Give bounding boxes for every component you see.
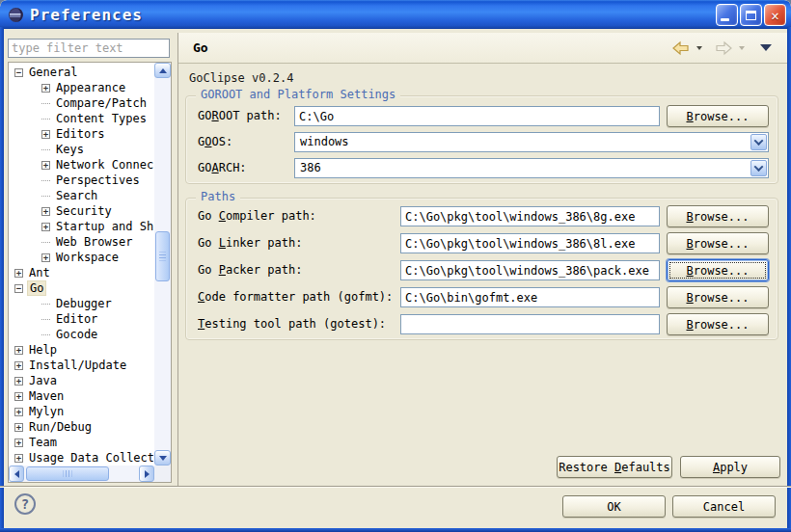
horizontal-scroll-thumb[interactable] <box>26 466 109 481</box>
browse-button[interactable]: Browse... <box>667 232 769 254</box>
browse-button[interactable]: Browse... <box>667 205 769 227</box>
scroll-right-button[interactable] <box>139 466 154 482</box>
chevron-down-icon <box>754 162 764 172</box>
expand-icon[interactable]: + <box>14 377 23 386</box>
browse-button[interactable]: Browse... <box>667 286 769 308</box>
close-button[interactable]: ✕ <box>764 4 786 26</box>
tree-item[interactable]: +Security <box>10 203 153 219</box>
tree-horizontal-scrollbar[interactable] <box>9 466 154 482</box>
path-input[interactable] <box>400 260 660 280</box>
restore-defaults-button[interactable]: Restore Defaults <box>557 456 672 478</box>
view-menu-button[interactable] <box>760 44 772 51</box>
tree-item-label: Debugger <box>54 297 114 310</box>
scrollbar-corner <box>154 466 171 482</box>
tree-item[interactable]: Content Types <box>10 111 153 126</box>
browse-button[interactable]: Browse... <box>667 259 769 281</box>
maximize-icon <box>746 11 756 20</box>
tree-item[interactable]: +Maven <box>10 388 153 404</box>
goroot-browse-button[interactable]: Browse... <box>667 105 769 127</box>
tree-item[interactable]: Keys <box>10 142 153 157</box>
tree-item-label: Usage Data Collect <box>27 451 153 465</box>
forward-history-dropdown[interactable] <box>739 46 745 50</box>
tree-item[interactable]: +Network Connect <box>10 157 153 173</box>
expand-icon[interactable]: + <box>14 423 23 432</box>
collapse-icon[interactable]: − <box>14 68 23 77</box>
tree-item[interactable]: Editor <box>10 311 153 327</box>
tree-item[interactable]: +Run/Debug <box>10 419 153 435</box>
goarch-combo[interactable]: 386 <box>294 158 769 178</box>
expand-icon[interactable]: + <box>41 253 50 262</box>
tree-item-label: Go <box>27 280 46 296</box>
path-input[interactable] <box>400 206 660 226</box>
maximize-button[interactable] <box>740 4 762 26</box>
eclipse-logo-icon <box>8 7 24 23</box>
collapse-icon[interactable]: − <box>14 284 23 293</box>
path-input[interactable] <box>400 314 660 334</box>
expand-icon[interactable]: + <box>14 408 23 416</box>
tree-item[interactable]: +Startup and Shu <box>10 219 153 234</box>
tree-item[interactable]: +Java <box>10 373 153 388</box>
back-history-dropdown[interactable] <box>696 46 702 50</box>
path-input[interactable] <box>400 287 660 307</box>
goos-combo[interactable]: windows <box>294 132 769 152</box>
browse-button[interactable]: Browse... <box>667 313 769 335</box>
vertical-scroll-thumb[interactable] <box>155 231 170 281</box>
expand-icon[interactable]: + <box>14 346 23 355</box>
tree-item[interactable]: +Help <box>10 342 153 358</box>
expand-icon[interactable]: + <box>41 161 50 170</box>
titlebar[interactable]: Preferences ✕ <box>0 0 791 29</box>
tree-item[interactable]: +Mylyn <box>10 404 153 419</box>
tree-item[interactable]: +Editors <box>10 126 153 142</box>
tree-item[interactable]: +Workspace <box>10 250 153 265</box>
goroot-path-input[interactable] <box>294 106 660 126</box>
tree-item[interactable]: Search <box>10 188 153 203</box>
scroll-left-button[interactable] <box>9 466 24 482</box>
tree-item[interactable]: +Install/Update <box>10 358 153 373</box>
filter-input[interactable] <box>8 39 170 58</box>
apply-button[interactable]: Apply <box>680 456 780 478</box>
expand-icon[interactable]: + <box>14 269 23 278</box>
tree-item[interactable]: −Go <box>10 280 153 296</box>
tree-item-label: Java <box>27 374 59 387</box>
expand-icon[interactable]: + <box>14 361 23 370</box>
tree-item[interactable]: Compare/Patch <box>10 95 153 111</box>
forward-button[interactable] <box>714 40 733 56</box>
help-button[interactable]: ? <box>14 493 36 515</box>
expand-icon[interactable]: + <box>41 84 50 93</box>
tree-item[interactable]: Debugger <box>10 296 153 311</box>
expand-icon[interactable]: + <box>14 392 23 401</box>
expand-icon[interactable]: + <box>41 130 50 139</box>
tree-item-label: Appearance <box>54 81 127 94</box>
expand-icon[interactable]: + <box>41 223 50 231</box>
tree-item-label: Workspace <box>54 251 121 264</box>
tree-item[interactable]: +Usage Data Collect <box>10 450 153 466</box>
dropdown-arrow-button[interactable] <box>750 134 767 150</box>
tree-item-label: General <box>27 66 80 79</box>
tree-item-label: Help <box>27 343 59 357</box>
chevron-down-icon <box>754 136 764 146</box>
tree-item[interactable]: +Team <box>10 435 153 450</box>
dropdown-arrow-button[interactable] <box>750 160 767 176</box>
expand-icon[interactable]: + <box>14 454 23 463</box>
expand-icon[interactable]: + <box>14 439 23 447</box>
preferences-tree[interactable]: −General+AppearanceCompare/PatchContent … <box>8 62 172 483</box>
tree-item[interactable]: Gocode <box>10 327 153 342</box>
page-header: Go <box>178 33 787 64</box>
path-field-label: Go Packer path: <box>198 263 302 277</box>
tree-item[interactable]: −General <box>10 65 153 80</box>
minimize-button[interactable] <box>716 4 738 26</box>
expand-icon[interactable]: + <box>41 207 50 216</box>
tree-item[interactable]: Web Browser <box>10 234 153 250</box>
scroll-up-button[interactable] <box>154 63 171 78</box>
ok-button[interactable]: OK <box>562 495 666 518</box>
cancel-button[interactable]: Cancel <box>672 495 776 518</box>
tree-connector <box>41 196 50 197</box>
path-input[interactable] <box>400 233 660 253</box>
back-button[interactable] <box>671 40 691 56</box>
tree-vertical-scrollbar[interactable] <box>154 63 171 466</box>
tree-item-label: Maven <box>27 389 66 403</box>
tree-item[interactable]: Perspectives <box>10 173 153 188</box>
scroll-down-button[interactable] <box>154 450 171 466</box>
tree-item[interactable]: +Ant <box>10 265 153 280</box>
tree-item[interactable]: +Appearance <box>10 80 153 95</box>
